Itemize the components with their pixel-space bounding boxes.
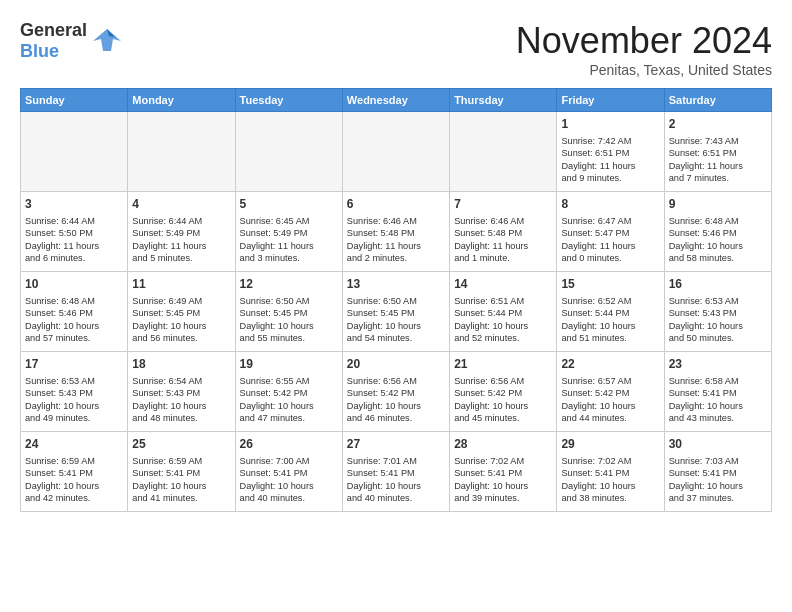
table-row: 28Sunrise: 7:02 AMSunset: 5:41 PMDayligh…	[450, 432, 557, 512]
table-row	[235, 112, 342, 192]
table-row: 14Sunrise: 6:51 AMSunset: 5:44 PMDayligh…	[450, 272, 557, 352]
day-info: Sunrise: 7:42 AMSunset: 6:51 PMDaylight:…	[561, 135, 659, 185]
day-info: Sunrise: 6:59 AMSunset: 5:41 PMDaylight:…	[25, 455, 123, 505]
table-row: 16Sunrise: 6:53 AMSunset: 5:43 PMDayligh…	[664, 272, 771, 352]
day-info: Sunrise: 6:59 AMSunset: 5:41 PMDaylight:…	[132, 455, 230, 505]
col-sunday: Sunday	[21, 89, 128, 112]
location-subtitle: Penitas, Texas, United States	[516, 62, 772, 78]
day-info: Sunrise: 6:48 AMSunset: 5:46 PMDaylight:…	[669, 215, 767, 265]
day-number: 28	[454, 436, 552, 453]
day-info: Sunrise: 6:48 AMSunset: 5:46 PMDaylight:…	[25, 295, 123, 345]
svg-marker-0	[93, 29, 121, 51]
day-number: 4	[132, 196, 230, 213]
table-row: 20Sunrise: 6:56 AMSunset: 5:42 PMDayligh…	[342, 352, 449, 432]
day-info: Sunrise: 6:54 AMSunset: 5:43 PMDaylight:…	[132, 375, 230, 425]
table-row: 10Sunrise: 6:48 AMSunset: 5:46 PMDayligh…	[21, 272, 128, 352]
table-row: 8Sunrise: 6:47 AMSunset: 5:47 PMDaylight…	[557, 192, 664, 272]
day-info: Sunrise: 6:56 AMSunset: 5:42 PMDaylight:…	[347, 375, 445, 425]
page-container: General Blue November 2024 Penitas, Texa…	[0, 0, 792, 522]
day-info: Sunrise: 7:03 AMSunset: 5:41 PMDaylight:…	[669, 455, 767, 505]
day-info: Sunrise: 7:00 AMSunset: 5:41 PMDaylight:…	[240, 455, 338, 505]
col-monday: Monday	[128, 89, 235, 112]
calendar-week-4: 17Sunrise: 6:53 AMSunset: 5:43 PMDayligh…	[21, 352, 772, 432]
table-row: 17Sunrise: 6:53 AMSunset: 5:43 PMDayligh…	[21, 352, 128, 432]
col-friday: Friday	[557, 89, 664, 112]
day-info: Sunrise: 6:46 AMSunset: 5:48 PMDaylight:…	[347, 215, 445, 265]
table-row: 6Sunrise: 6:46 AMSunset: 5:48 PMDaylight…	[342, 192, 449, 272]
table-row	[21, 112, 128, 192]
day-info: Sunrise: 6:51 AMSunset: 5:44 PMDaylight:…	[454, 295, 552, 345]
day-info: Sunrise: 6:49 AMSunset: 5:45 PMDaylight:…	[132, 295, 230, 345]
day-info: Sunrise: 6:57 AMSunset: 5:42 PMDaylight:…	[561, 375, 659, 425]
table-row: 25Sunrise: 6:59 AMSunset: 5:41 PMDayligh…	[128, 432, 235, 512]
month-title: November 2024	[516, 20, 772, 62]
day-number: 12	[240, 276, 338, 293]
table-row: 12Sunrise: 6:50 AMSunset: 5:45 PMDayligh…	[235, 272, 342, 352]
day-number: 18	[132, 356, 230, 373]
table-row: 22Sunrise: 6:57 AMSunset: 5:42 PMDayligh…	[557, 352, 664, 432]
table-row: 7Sunrise: 6:46 AMSunset: 5:48 PMDaylight…	[450, 192, 557, 272]
table-row: 13Sunrise: 6:50 AMSunset: 5:45 PMDayligh…	[342, 272, 449, 352]
day-number: 26	[240, 436, 338, 453]
col-wednesday: Wednesday	[342, 89, 449, 112]
day-number: 3	[25, 196, 123, 213]
day-info: Sunrise: 7:01 AMSunset: 5:41 PMDaylight:…	[347, 455, 445, 505]
table-row	[450, 112, 557, 192]
table-row: 4Sunrise: 6:44 AMSunset: 5:49 PMDaylight…	[128, 192, 235, 272]
day-number: 9	[669, 196, 767, 213]
day-info: Sunrise: 6:52 AMSunset: 5:44 PMDaylight:…	[561, 295, 659, 345]
day-info: Sunrise: 6:50 AMSunset: 5:45 PMDaylight:…	[240, 295, 338, 345]
day-number: 21	[454, 356, 552, 373]
day-info: Sunrise: 6:56 AMSunset: 5:42 PMDaylight:…	[454, 375, 552, 425]
table-row: 11Sunrise: 6:49 AMSunset: 5:45 PMDayligh…	[128, 272, 235, 352]
calendar-week-1: 1Sunrise: 7:42 AMSunset: 6:51 PMDaylight…	[21, 112, 772, 192]
calendar-week-2: 3Sunrise: 6:44 AMSunset: 5:50 PMDaylight…	[21, 192, 772, 272]
table-row: 21Sunrise: 6:56 AMSunset: 5:42 PMDayligh…	[450, 352, 557, 432]
day-info: Sunrise: 6:53 AMSunset: 5:43 PMDaylight:…	[669, 295, 767, 345]
logo-blue: Blue	[20, 41, 59, 61]
day-number: 2	[669, 116, 767, 133]
day-number: 17	[25, 356, 123, 373]
day-number: 23	[669, 356, 767, 373]
table-row: 23Sunrise: 6:58 AMSunset: 5:41 PMDayligh…	[664, 352, 771, 432]
day-info: Sunrise: 6:58 AMSunset: 5:41 PMDaylight:…	[669, 375, 767, 425]
logo-bird-icon	[91, 27, 123, 55]
table-row: 15Sunrise: 6:52 AMSunset: 5:44 PMDayligh…	[557, 272, 664, 352]
day-number: 11	[132, 276, 230, 293]
day-number: 30	[669, 436, 767, 453]
table-row: 27Sunrise: 7:01 AMSunset: 5:41 PMDayligh…	[342, 432, 449, 512]
col-saturday: Saturday	[664, 89, 771, 112]
calendar-table: Sunday Monday Tuesday Wednesday Thursday…	[20, 88, 772, 512]
day-number: 15	[561, 276, 659, 293]
day-number: 25	[132, 436, 230, 453]
day-info: Sunrise: 6:44 AMSunset: 5:49 PMDaylight:…	[132, 215, 230, 265]
logo: General Blue	[20, 20, 123, 62]
table-row	[128, 112, 235, 192]
day-info: Sunrise: 6:53 AMSunset: 5:43 PMDaylight:…	[25, 375, 123, 425]
day-info: Sunrise: 7:02 AMSunset: 5:41 PMDaylight:…	[454, 455, 552, 505]
day-info: Sunrise: 7:43 AMSunset: 6:51 PMDaylight:…	[669, 135, 767, 185]
table-row: 18Sunrise: 6:54 AMSunset: 5:43 PMDayligh…	[128, 352, 235, 432]
day-number: 20	[347, 356, 445, 373]
day-number: 27	[347, 436, 445, 453]
day-number: 6	[347, 196, 445, 213]
day-number: 5	[240, 196, 338, 213]
day-number: 29	[561, 436, 659, 453]
header: General Blue November 2024 Penitas, Texa…	[20, 20, 772, 78]
calendar-week-5: 24Sunrise: 6:59 AMSunset: 5:41 PMDayligh…	[21, 432, 772, 512]
table-row: 3Sunrise: 6:44 AMSunset: 5:50 PMDaylight…	[21, 192, 128, 272]
table-row: 30Sunrise: 7:03 AMSunset: 5:41 PMDayligh…	[664, 432, 771, 512]
day-number: 14	[454, 276, 552, 293]
title-block: November 2024 Penitas, Texas, United Sta…	[516, 20, 772, 78]
table-row: 5Sunrise: 6:45 AMSunset: 5:49 PMDaylight…	[235, 192, 342, 272]
day-number: 22	[561, 356, 659, 373]
day-number: 10	[25, 276, 123, 293]
day-info: Sunrise: 6:44 AMSunset: 5:50 PMDaylight:…	[25, 215, 123, 265]
day-info: Sunrise: 6:45 AMSunset: 5:49 PMDaylight:…	[240, 215, 338, 265]
logo-text: General Blue	[20, 20, 87, 62]
day-info: Sunrise: 6:50 AMSunset: 5:45 PMDaylight:…	[347, 295, 445, 345]
day-info: Sunrise: 6:47 AMSunset: 5:47 PMDaylight:…	[561, 215, 659, 265]
table-row	[342, 112, 449, 192]
logo-general: General	[20, 20, 87, 40]
calendar-header-row: Sunday Monday Tuesday Wednesday Thursday…	[21, 89, 772, 112]
